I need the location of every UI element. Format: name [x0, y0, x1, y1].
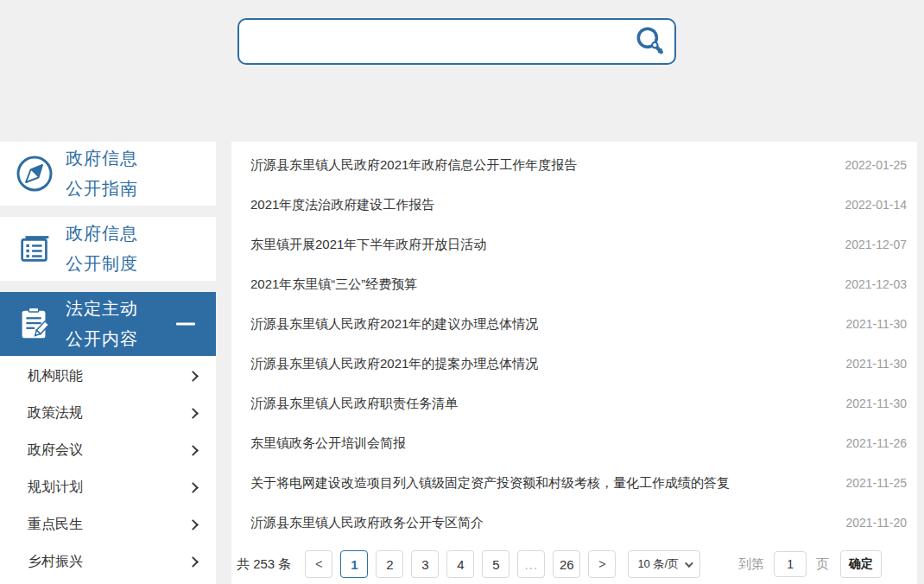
- article-link[interactable]: 沂源县东里镇人民政府2021年的建议办理总体情况: [250, 316, 538, 333]
- chevron-right-icon: [187, 445, 199, 456]
- page-button-26[interactable]: 26: [553, 550, 580, 578]
- article-row: 沂源县东里镇人民政府2021年政府信息公开工作年度报告 2022-01-25: [231, 145, 917, 185]
- article-list: 沂源县东里镇人民政府2021年政府信息公开工作年度报告 2022-01-25 2…: [231, 142, 917, 543]
- submenu-item-label: 政策法规: [28, 404, 83, 422]
- sidebar-item-disclosure-guide[interactable]: 政府信息 公开指南: [0, 142, 216, 206]
- article-date: 2021-11-30: [845, 397, 907, 410]
- submenu-item-label: 规划计划: [28, 479, 83, 497]
- sidebar-item-statutory-disclosure[interactable]: 法定主动 公开内容: [0, 292, 216, 356]
- submenu-item-label: 重点民生: [28, 516, 83, 534]
- sidebar-item-disclosure-system[interactable]: 政府信息 公开制度: [0, 217, 216, 281]
- submenu-item-agency-functions[interactable]: 机构职能: [0, 358, 216, 395]
- chevron-down-icon: [685, 559, 693, 568]
- article-link[interactable]: 沂源县东里镇人民政府职责任务清单: [250, 396, 458, 412]
- page-button-1[interactable]: 1: [340, 550, 368, 578]
- submenu-item-label: 机构职能: [28, 367, 83, 385]
- article-row: 东里镇开展2021年下半年政府开放日活动 2021-12-07: [231, 225, 917, 264]
- chevron-right-icon: [187, 482, 199, 493]
- pagination-bar: 共 253 条 < 1 2 3 4 5 ... 26 > 10 条/页 到第 页…: [235, 549, 912, 580]
- article-link[interactable]: 关于将电网建设改造项目列入镇级固定资产投资额和村级考核，量化工作成绩的答复: [250, 475, 730, 492]
- collapse-minus-icon: [176, 323, 195, 326]
- page-button-3[interactable]: 3: [411, 550, 439, 578]
- page-size-select[interactable]: 10 条/页: [628, 550, 700, 578]
- chevron-right-icon: [187, 408, 199, 419]
- prev-page-button[interactable]: <: [305, 550, 332, 578]
- submenu-item-government-meetings[interactable]: 政府会议: [0, 432, 216, 469]
- article-date: 2021-11-25: [845, 476, 907, 490]
- article-date: 2021-11-20: [845, 516, 907, 530]
- article-link[interactable]: 2021年东里镇“三公”经费预算: [250, 276, 417, 293]
- page-button-2[interactable]: 2: [376, 550, 403, 578]
- article-date: 2021-12-07: [845, 238, 907, 251]
- article-date: 2021-11-30: [845, 357, 907, 371]
- search-icon: [634, 25, 667, 58]
- total-count-label: 共 253 条: [237, 556, 291, 573]
- article-row: 2021年度法治政府建设工作报告 2022-01-14: [231, 185, 917, 225]
- page-ellipsis-button[interactable]: ...: [517, 550, 545, 578]
- sidebar-item-label: 政府信息 公开制度: [66, 219, 138, 279]
- compass-icon: [12, 153, 57, 194]
- jump-to-label: 到第: [738, 556, 764, 573]
- jump-page-input[interactable]: [774, 551, 807, 577]
- chevron-right-icon: [187, 371, 199, 382]
- notebook-icon: [12, 229, 57, 269]
- page-size-label: 10 条/页: [637, 556, 679, 572]
- search-input[interactable]: [239, 20, 674, 63]
- article-link[interactable]: 沂源县东里镇人民政府2021年政府信息公开工作年度报告: [250, 157, 577, 174]
- article-row: 沂源县东里镇人民政府2021年的建议办理总体情况 2021-11-30: [231, 304, 917, 344]
- article-date: 2021-11-30: [845, 317, 907, 331]
- article-link[interactable]: 东里镇政务公开培训会简报: [250, 435, 406, 452]
- article-row: 沂源县东里镇人民政府2021年的提案办理总体情况 2021-11-30: [231, 344, 917, 384]
- clipboard-pencil-icon: [12, 304, 57, 344]
- chevron-right-icon: [187, 519, 199, 530]
- article-link[interactable]: 沂源县东里镇人民政府政务公开专区简介: [250, 515, 484, 531]
- page-button-5[interactable]: 5: [482, 550, 509, 578]
- article-date: 2022-01-14: [845, 198, 907, 212]
- submenu-item-rural-revitalization[interactable]: 乡村振兴: [0, 543, 216, 581]
- sidebar-item-label: 法定主动 公开内容: [66, 294, 138, 354]
- article-list-panel: 沂源县东里镇人民政府2021年政府信息公开工作年度报告 2022-01-25 2…: [231, 142, 917, 584]
- search-button[interactable]: [633, 24, 668, 59]
- submenu-item-label: 政府会议: [28, 441, 83, 460]
- article-date: 2021-11-26: [845, 436, 907, 450]
- next-page-button[interactable]: >: [588, 550, 616, 578]
- chevron-right-icon: [187, 556, 199, 568]
- article-link[interactable]: 东里镇开展2021年下半年政府开放日活动: [250, 237, 486, 253]
- search-bar: [237, 18, 676, 65]
- submenu-item-policies-regulations[interactable]: 政策法规: [0, 395, 216, 432]
- sidebar-submenu: 机构职能 政策法规 政府会议 规划计划 重点民生 乡村振兴: [0, 356, 216, 584]
- page-button-4[interactable]: 4: [446, 550, 474, 578]
- article-row: 沂源县东里镇人民政府政务公开专区简介 2021-11-20: [231, 503, 917, 543]
- article-link[interactable]: 沂源县东里镇人民政府2021年的提案办理总体情况: [250, 356, 538, 372]
- page-unit-label: 页: [816, 556, 829, 573]
- confirm-button[interactable]: 确定: [840, 550, 882, 578]
- submenu-item-label: 乡村振兴: [28, 553, 83, 571]
- article-link[interactable]: 2021年度法治政府建设工作报告: [250, 197, 434, 213]
- article-row: 关于将电网建设改造项目列入镇级固定资产投资额和村级考核，量化工作成绩的答复 20…: [231, 463, 917, 503]
- sidebar-item-label: 政府信息 公开指南: [66, 143, 138, 204]
- article-date: 2021-12-03: [845, 277, 907, 291]
- article-date: 2022-01-25: [845, 158, 907, 172]
- submenu-item-planning[interactable]: 规划计划: [0, 469, 216, 506]
- article-row: 2021年东里镇“三公”经费预算 2021-12-03: [231, 264, 917, 304]
- submenu-item-key-livelihood[interactable]: 重点民生: [0, 506, 216, 543]
- article-row: 沂源县东里镇人民政府职责任务清单 2021-11-30: [231, 384, 917, 423]
- article-row: 东里镇政务公开培训会简报 2021-11-26: [231, 423, 917, 463]
